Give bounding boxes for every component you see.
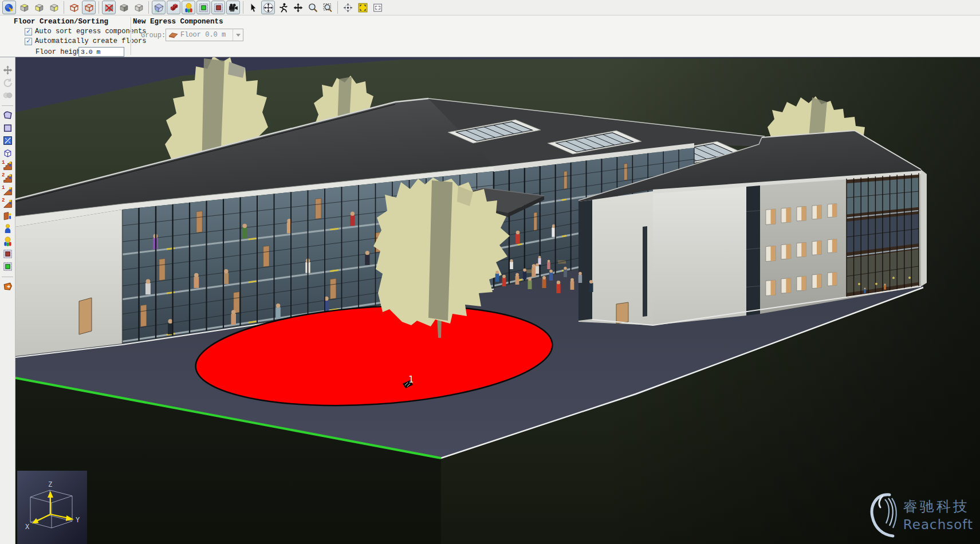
dropdown-arrow-zone[interactable] xyxy=(233,29,243,41)
toolbar-separator xyxy=(64,1,64,14)
auto-create-floors-label: Automatically create floors xyxy=(35,37,146,45)
add-interior-door-button[interactable] xyxy=(1,261,14,273)
tool-options-panel: Floor Creation/Sorting Auto sort egress … xyxy=(0,15,980,57)
cube-front-icon xyxy=(34,2,45,13)
reset-camera-button[interactable] xyxy=(341,1,355,14)
show-objects-dark-button[interactable] xyxy=(117,1,131,14)
icon-number-badge: 2 xyxy=(2,198,5,203)
add-obstruction-button[interactable] xyxy=(1,147,14,159)
add-exit-door-button[interactable] xyxy=(1,248,14,260)
add-ramp-one-floor-button[interactable]: 1 xyxy=(1,185,14,197)
sphere-icon xyxy=(4,2,15,13)
hide-objects-button[interactable] xyxy=(102,1,116,14)
walk-through-tool-button[interactable] xyxy=(276,1,290,14)
zoom-to-fit-button[interactable] xyxy=(356,1,369,14)
show-obstructions-button[interactable] xyxy=(167,1,180,14)
add-occupant-button[interactable] xyxy=(1,223,14,235)
drawing-toolbar: 1212 xyxy=(0,57,15,544)
axis-x-label: X xyxy=(25,523,30,531)
add-stairs-one-floor-button[interactable]: 1 xyxy=(1,160,14,172)
auto-sort-label: Auto sort egress components xyxy=(35,27,146,36)
wireframe-render-mode-button[interactable] xyxy=(67,1,81,14)
add-thin-wall-button[interactable] xyxy=(1,135,14,147)
zoom-tool-button[interactable] xyxy=(306,1,320,14)
add-stairs-two-floor-button[interactable]: 2 xyxy=(1,172,14,184)
show-floors-button[interactable] xyxy=(152,1,166,14)
pan-icon xyxy=(293,2,304,13)
show-interior-doors-button[interactable] xyxy=(196,1,210,14)
select-object-tool-button[interactable] xyxy=(2,1,16,14)
view-top-button[interactable] xyxy=(17,1,31,14)
show-cameras-button[interactable] xyxy=(226,1,240,14)
axis-y-label: Y xyxy=(76,516,80,524)
show-occupants-button[interactable] xyxy=(182,1,195,14)
auto-create-floors-checkbox-row[interactable]: Automatically create floors xyxy=(25,37,146,45)
add-rectangle-room-button[interactable] xyxy=(1,122,14,134)
runner-icon xyxy=(278,2,289,13)
move-objects-tool-button xyxy=(1,64,14,76)
locate-icon xyxy=(343,2,353,13)
select-tool-button[interactable] xyxy=(246,1,260,14)
view-side-button[interactable] xyxy=(47,1,61,14)
door-green-icon xyxy=(198,2,209,13)
rotate-objects-tool-button xyxy=(1,77,14,89)
fit-yellow-icon xyxy=(357,2,368,13)
add-occupant-group-button[interactable] xyxy=(1,235,14,247)
orbit-camera-tool-button[interactable] xyxy=(261,1,275,14)
auto-create-floors-checkbox[interactable] xyxy=(25,38,32,45)
zoom-icon xyxy=(308,2,318,13)
view-front-button[interactable] xyxy=(32,1,46,14)
toolbar-separator xyxy=(2,105,13,106)
scene-render[interactable]: 1 xyxy=(15,57,980,544)
logo-latin-text: Reachsoft xyxy=(903,517,973,532)
right-wing-west-glass xyxy=(578,200,592,321)
cube-solid-icon xyxy=(84,2,95,13)
icon-number-badge: 2 xyxy=(2,172,5,178)
door-red-icon xyxy=(2,249,13,259)
reachsoft-logo-mark xyxy=(868,490,898,538)
door-green-icon xyxy=(2,261,13,272)
floor-slab-icon xyxy=(168,31,178,38)
marker-label: 1 xyxy=(408,375,414,385)
egress-group-dropdown[interactable]: Floor 0.0 m xyxy=(166,29,243,41)
zoom-to-selection-button[interactable] xyxy=(371,1,384,14)
logo-chinese-text: 睿驰科技 xyxy=(903,497,973,516)
bricks-icon xyxy=(168,2,179,13)
new-egress-title: New Egress Components xyxy=(133,18,223,26)
3d-viewport[interactable]: 1 xyxy=(15,57,980,544)
add-door-with-occupant-button[interactable] xyxy=(1,210,14,222)
right-wing-east-edge xyxy=(921,169,927,286)
glass-icon xyxy=(154,2,164,13)
solid-render-mode-button[interactable] xyxy=(82,1,96,14)
cube-dark-icon xyxy=(119,2,129,13)
add-exit-area-button[interactable] xyxy=(1,281,14,293)
floor-height-input[interactable] xyxy=(78,47,124,57)
left-wing-end-wall xyxy=(15,210,122,356)
show-exit-doors-button[interactable] xyxy=(211,1,225,14)
toolbar-separator xyxy=(99,1,99,14)
auto-sort-checkbox[interactable] xyxy=(25,28,32,36)
zoom-box-tool-button[interactable] xyxy=(321,1,334,14)
auto-sort-checkbox-row[interactable]: Auto sort egress components xyxy=(25,27,146,36)
add-ramp-two-floor-button[interactable]: 2 xyxy=(1,198,14,210)
exit-poly-icon xyxy=(2,281,13,292)
chevron-down-icon xyxy=(236,34,241,37)
rotate-icon xyxy=(2,77,13,88)
right-wing-door xyxy=(616,302,628,324)
application-window: Floor Creation/Sorting Auto sort egress … xyxy=(0,0,980,544)
measure-icon xyxy=(2,135,13,146)
icon-number-badge: 1 xyxy=(2,185,5,191)
toolbar-separator xyxy=(337,1,338,14)
camera-icon xyxy=(228,2,239,13)
spheres-icon xyxy=(2,90,13,101)
show-objects-light-button[interactable] xyxy=(132,1,145,14)
cursor-icon xyxy=(248,2,259,13)
cube-top-icon xyxy=(19,2,30,13)
occupant-icon xyxy=(2,223,13,234)
axis-orientation-widget: Z X Y xyxy=(17,471,87,544)
scale-objects-tool-button xyxy=(1,89,14,101)
room-poly-icon xyxy=(2,110,13,121)
pan-camera-tool-button[interactable] xyxy=(291,1,305,14)
add-polygon-room-button[interactable] xyxy=(1,109,14,121)
left-wing-door xyxy=(79,298,92,334)
